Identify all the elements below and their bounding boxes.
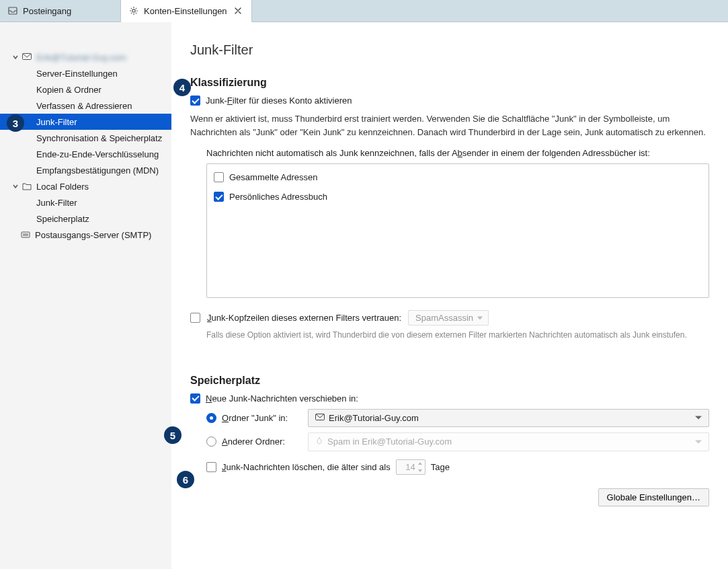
sidebar-item-sync-storage[interactable]: Synchronisation & Speicherplatz [0,130,171,146]
checkbox-move-new-junk[interactable] [190,393,200,404]
sidebar-item-label: Server-Einstellungen [36,69,118,79]
page-title: Junk-Filter [190,42,709,58]
tab-label: Konten-Einstellungen [144,6,227,16]
gear-icon [129,6,138,15]
select-value: Spam in Erik@Tutorial-Guy.com [327,437,452,447]
klassifizierung-description: Wenn er aktiviert ist, muss Thunderbird … [190,112,709,139]
sidebar-item-copies-folders[interactable]: Kopien & Ordner [0,81,171,98]
checkbox-enable-junk-filter[interactable] [190,96,200,106]
trust-headers-hint: Falls diese Option aktiviert ist, wird T… [206,330,709,341]
sidebar-item-local-storage[interactable]: Speicherplatz [0,211,171,227]
tab-label: Posteingang [23,6,71,16]
mail-icon [315,413,325,423]
addressbook-label: Gesammelte Adressen [229,172,318,182]
input-delete-days: 14 [396,459,426,475]
sidebar-item-label: Junk-Filter [36,117,77,127]
radio-label-other-folder: Anderer Ordner: [222,437,302,447]
sidebar-local-folders-header[interactable]: Local Folders [0,178,171,194]
flame-icon [315,437,323,447]
number-spinner [415,460,425,474]
global-settings-button[interactable]: Globale Einstellungen… [598,488,709,506]
sidebar-item-label: Ende-zu-Ende-Verschlüsselung [36,149,159,159]
sidebar-account-header[interactable]: Erik@Tutorial-Guy.com [0,49,171,65]
smtp-icon [20,229,31,240]
folder-icon [22,181,32,192]
chevron-down-icon [11,182,20,191]
sidebar-item-label: Synchronisation & Speicherplatz [36,133,162,143]
tab-inbox[interactable]: Posteingang [0,0,121,22]
checkbox-label-trust-junk-headers: Junk-Kopfzeilen dieses externen Filters … [207,313,401,323]
checkbox-trust-junk-headers[interactable] [190,313,200,323]
sidebar-item-label: Verfassen & Adressieren [36,101,132,111]
annotation-marker-3: 3 [7,114,24,132]
sidebar-item-label: Empfangsbestätigungen (MDN) [36,165,159,176]
account-name-redacted: Erik@Tutorial-Guy.com [36,52,126,63]
radio-junk-folder[interactable] [206,413,216,423]
checkbox-label-delete-old-junk: Junk-Nachrichten löschen, die älter sind… [222,462,391,472]
addressbook-label: Persönliches Adressbuch [229,192,327,202]
select-junk-target-account[interactable]: Erik@Tutorial-Guy.com [308,409,709,427]
radio-label-junk-folder: Ordner "Junk" in: [222,413,302,423]
sidebar-item-label: Kopien & Ordner [36,85,102,95]
settings-panel: Junk-Filter Klassifizierung Junk-Filter … [171,22,728,569]
sidebar-item-label: Speicherplatz [36,214,89,224]
inbox-icon [8,6,17,15]
select-value: Erik@Tutorial-Guy.com [329,413,419,423]
annotation-marker-6: 6 [177,471,194,488]
account-sidebar: Erik@Tutorial-Guy.com Server-Einstellung… [0,22,171,569]
sidebar-item-smtp[interactable]: Postausgangs-Server (SMTP) [0,227,171,243]
checkbox-label-enable-junk-filter: Junk-Filter für dieses Konto aktivieren [206,96,352,106]
tab-close-button[interactable] [233,5,243,16]
addressbook-whitelist-listbox[interactable]: Gesammelte Adressen Persönliches Adressb… [206,163,709,298]
sidebar-item-local-junk-filter[interactable]: Junk-Filter [0,194,171,211]
checkbox-label-move-new-junk: Neue Junk-Nachrichten verschieben in: [206,393,358,404]
radio-other-folder[interactable] [206,437,216,447]
sidebar-item-e2e-encryption[interactable]: Ende-zu-Ende-Verschlüsselung [0,146,171,162]
checkbox-addressbook-collected[interactable] [214,172,224,182]
chevron-down-icon [11,52,20,62]
whitelist-intro-label: Nachrichten nicht automatisch als Junk k… [206,148,709,158]
svg-point-1 [132,9,135,12]
section-heading-klassifizierung: Klassifizierung [190,77,709,89]
sidebar-item-server-settings[interactable]: Server-Einstellungen [0,65,171,81]
svg-rect-3 [22,232,30,237]
days-unit-label: Tage [431,462,450,472]
sidebar-item-label: Junk-Filter [36,198,77,208]
checkbox-addressbook-personal[interactable] [214,192,224,202]
mail-account-icon [22,52,32,63]
sidebar-item-junk-filter[interactable]: Junk-Filter [0,114,171,130]
annotation-marker-4: 4 [173,79,191,96]
section-heading-speicherplatz: Speicherplatz [190,375,709,387]
tab-account-settings[interactable]: Konten-Einstellungen [121,0,252,22]
sidebar-item-label: Postausgangs-Server (SMTP) [35,230,151,240]
select-external-filter: SpamAssassin [408,310,489,326]
sidebar-item-label: Local Folders [36,182,89,192]
tab-bar: Posteingang Konten-Einstellungen [0,0,728,22]
select-other-folder: Spam in Erik@Tutorial-Guy.com [308,432,709,451]
sidebar-item-return-receipts[interactable]: Empfangsbestätigungen (MDN) [0,162,171,178]
annotation-marker-5: 5 [164,426,181,444]
checkbox-delete-old-junk[interactable] [206,462,216,472]
sidebar-item-compose-addressing[interactable]: Verfassen & Adressieren [0,98,171,114]
